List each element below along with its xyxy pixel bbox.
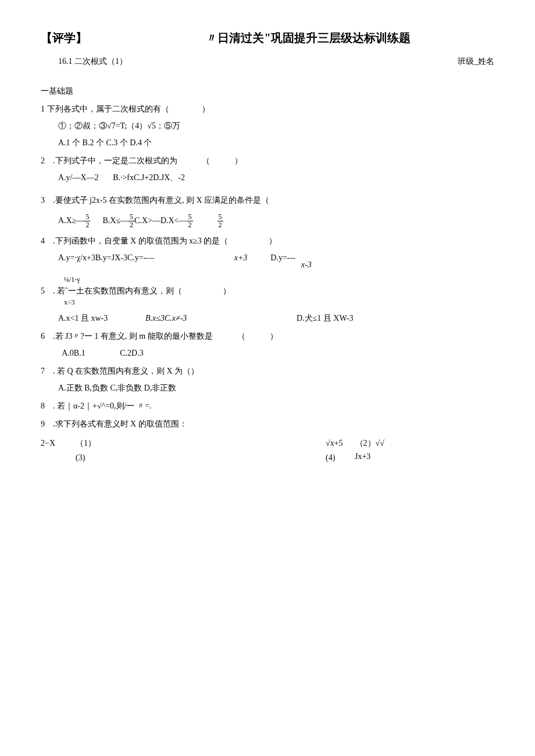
title-row: 【评学】 〃日清过关"巩固提升三层级达标训练题 — [41, 29, 494, 46]
q7-stem: 7 . 若 Q 在实数范围内有意义，则 X 为（） — [41, 365, 494, 377]
q6-opt-ab: A.0B.1 — [62, 349, 85, 357]
q5-bot: x÷3 — [41, 297, 494, 307]
question-7: 7 . 若 Q 在实数范围内有意义，则 X 为（） A.正数 B,负数 C,非负… — [41, 365, 494, 394]
q2-opt-b: B.·>fxC.J+2D.JX、-2 — [113, 173, 185, 182]
q7-options: A.正数 B,负数 C,非负数 D,非正数 — [41, 382, 494, 394]
q6-options: A.0B.1 C.2D.3 — [41, 347, 494, 359]
q4-x3b: x-3 — [301, 259, 312, 271]
q6-stem: 6 .若 J3〃?一 1 有意义, 则 m 能取的最小整数是 （ ） — [41, 330, 494, 342]
frac-den: 2 — [187, 221, 193, 229]
q8-stem: 8 . 若｜α-2｜+√^=0,则/一 〃=. — [41, 400, 494, 412]
q9-row2: (3) (4) Jx+3 — [41, 452, 494, 464]
q5-options: A.x<1 且 xw-3 B.x≤3C.x≠-3 D.犬≤1 且 XW-3 — [41, 312, 494, 324]
question-9: 9 .求下列各式有意义时 X 的取值范围： 2−X （1） √x+5 （2）√√… — [41, 418, 494, 464]
name-label: 姓名 — [478, 57, 494, 66]
fraction-5-2-c: 52 — [187, 213, 193, 229]
question-3: 3 .要使式子 j2x-5 在实数范围内有意义, 则 X 应满足的条件是（ A.… — [41, 194, 494, 229]
q1-stem: 1 下列各式中，属于二次根式的有（ ） — [41, 103, 494, 115]
title-center: 〃日清过关"巩固提升三层级达标训练题 — [87, 29, 494, 46]
q5-opt-d: D.犬≤1 且 XW-3 — [297, 312, 354, 324]
q2-stem: 2 .下列式子中，一定是二次根式的为 （ ） — [41, 155, 494, 167]
question-8: 8 . 若｜α-2｜+√^=0,则/一 〃=. — [41, 400, 494, 412]
question-5: ⅛/1-γ 5 . 若ˆ一土在实数范围内有意义，则（ ） x÷3 A.x<1 且… — [41, 274, 494, 324]
q4-x3a: x+3 — [154, 252, 247, 264]
q9-stem: 9 .求下列各式有意义时 X 的取值范围： — [41, 418, 494, 430]
q9-sub1: （1） — [76, 437, 326, 449]
q4-abc: A.y=·χ/x+3B.y=JX-3C.y=-— — [58, 252, 154, 264]
q3-options: A.X≥—52 B.X≤—52C.X>—D.X<—52 52 — [41, 213, 494, 229]
frac-num: 5 — [84, 213, 90, 221]
q9-r1a: √x+5 — [326, 437, 343, 449]
q9-left-expr: 2−X — [41, 437, 76, 449]
q6-opt-cd: C.2D.3 — [120, 349, 143, 357]
q1-items: ①；②叔；③√7=T;（4）√5；⑤万 — [41, 120, 494, 132]
q9-row1: 2−X （1） √x+5 （2）√√ — [41, 437, 494, 449]
q3-stem: 3 .要使式子 j2x-5 在实数范围内有意义, 则 X 应满足的条件是（ — [41, 194, 494, 206]
question-4: 4 .下列函数中，自变量 X 的取值范围为 x≥3 的是（ ） A.y=·χ/x… — [41, 235, 494, 264]
q9-sub3: (3) — [76, 452, 326, 464]
q4-options: A.y=·χ/x+3B.y=JX-3C.y=-— x+3 D.y=--- x-3 — [41, 252, 494, 264]
q5-opt-bc: B.x≤3C.x≠-3 — [145, 312, 297, 324]
q3-opt-cd: C.X>—D.X<— — [134, 216, 187, 225]
fraction-5-2-a: 52 — [84, 213, 90, 229]
q5-opt-a: A.x<1 且 xw-3 — [58, 312, 145, 324]
q3-opt-a-pre: A.X≥— — [58, 216, 84, 225]
question-6: 6 .若 J3〃?一 1 有意义, 则 m 能取的最小整数是 （ ） A.0B.… — [41, 330, 494, 359]
subtitle-right: 班级_姓名 — [458, 55, 494, 67]
class-label: 班级_ — [458, 57, 478, 66]
q5-top: ⅛/1-γ — [41, 274, 494, 285]
fraction-5-2-b: 52 — [129, 213, 134, 229]
q4-d: D.y=--- — [270, 252, 295, 264]
frac-num: 5 — [187, 213, 193, 221]
q9-sub4: (4) — [326, 452, 355, 464]
q2-options: A.y/—X—2 B.·>fxC.J+2D.JX、-2 — [41, 171, 494, 184]
frac-num: 5 — [217, 213, 223, 221]
subtitle-left: 16.1 二次根式（1） — [58, 55, 127, 67]
q4-stem: 4 .下列函数中，自变量 X 的取值范围为 x≥3 的是（ ） — [41, 235, 494, 247]
fraction-5-2-d: 52 — [217, 213, 223, 229]
title-left: 【评学】 — [41, 29, 87, 46]
q9-jx3: Jx+3 — [355, 450, 370, 463]
frac-den: 2 — [84, 221, 90, 229]
frac-num: 5 — [129, 213, 134, 221]
subtitle-row: 16.1 二次根式（1） 班级_姓名 — [41, 55, 494, 67]
frac-den: 2 — [129, 221, 134, 229]
question-1: 1 下列各式中，属于二次根式的有（ ） ①；②叔；③√7=T;（4）√5；⑤万 … — [41, 103, 494, 149]
section-header: 一基础题 — [41, 85, 494, 97]
q9-sub2: （2）√√ — [355, 437, 384, 449]
q1-options: A.1 个 B.2 个 C.3 个 D.4 个 — [41, 137, 494, 149]
question-2: 2 .下列式子中，一定是二次根式的为 （ ） A.y/—X—2 B.·>fxC.… — [41, 155, 494, 184]
frac-den: 2 — [217, 221, 223, 229]
q3-opt-b-pre: B.X≤— — [102, 216, 129, 225]
q5-stem: 5 . 若ˆ一土在实数范围内有意义，则（ ） — [41, 285, 494, 297]
q2-opt-a: A.y/—X—2 — [58, 173, 99, 182]
